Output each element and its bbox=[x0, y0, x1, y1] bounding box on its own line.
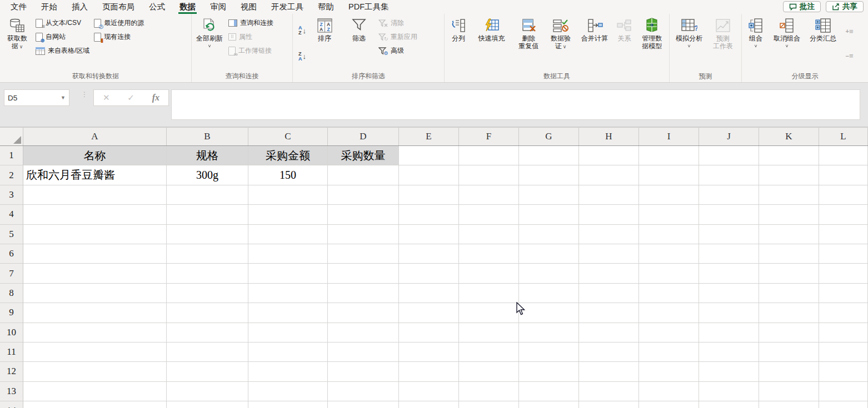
cell-A4[interactable] bbox=[23, 205, 167, 224]
remove-duplicates-button[interactable]: 删除 重复值 bbox=[512, 16, 545, 72]
cell-C8[interactable] bbox=[248, 284, 328, 303]
cell-K11[interactable] bbox=[759, 342, 819, 362]
cell-G11[interactable] bbox=[519, 342, 579, 362]
cell-E6[interactable] bbox=[399, 244, 459, 264]
cell-K3[interactable] bbox=[759, 185, 819, 205]
cell-C5[interactable] bbox=[248, 225, 328, 244]
column-header-L[interactable]: L bbox=[819, 128, 868, 145]
cell-L6[interactable] bbox=[819, 244, 868, 264]
cell-A6[interactable] bbox=[23, 244, 167, 264]
cell-J7[interactable] bbox=[699, 264, 759, 283]
cell-J14[interactable] bbox=[699, 401, 759, 408]
cell-I3[interactable] bbox=[639, 185, 699, 205]
cell-D1[interactable]: 采购数量 bbox=[328, 146, 399, 165]
cell-E4[interactable] bbox=[399, 205, 459, 224]
row-header-7[interactable]: 7 bbox=[0, 264, 23, 283]
ungroup-button[interactable]: 取消组合 ∨ bbox=[769, 16, 805, 72]
cell-F11[interactable] bbox=[459, 342, 519, 362]
cell-G12[interactable] bbox=[519, 362, 579, 381]
cell-H3[interactable] bbox=[579, 185, 639, 205]
cell-J1[interactable] bbox=[699, 146, 759, 165]
cell-B2[interactable]: 300g bbox=[167, 165, 248, 185]
row-header-12[interactable]: 12 bbox=[0, 362, 23, 381]
share-button[interactable]: 共享 bbox=[826, 1, 864, 12]
cell-G14[interactable] bbox=[519, 401, 579, 408]
cell-G9[interactable] bbox=[519, 303, 579, 323]
column-header-I[interactable]: I bbox=[639, 128, 699, 145]
row-header-9[interactable]: 9 bbox=[0, 303, 23, 323]
cell-L8[interactable] bbox=[819, 284, 868, 303]
cell-E13[interactable] bbox=[399, 382, 459, 401]
row-header-4[interactable]: 4 bbox=[0, 205, 23, 224]
cell-E2[interactable] bbox=[399, 165, 459, 185]
cell-C7[interactable] bbox=[248, 264, 328, 283]
cell-K12[interactable] bbox=[759, 362, 819, 381]
sort-ascending-button[interactable]: AZ↓ bbox=[294, 24, 311, 37]
cell-H9[interactable] bbox=[579, 303, 639, 323]
cell-D10[interactable] bbox=[328, 323, 399, 342]
cell-K7[interactable] bbox=[759, 264, 819, 283]
cell-F8[interactable] bbox=[459, 284, 519, 303]
cell-I7[interactable] bbox=[639, 264, 699, 283]
cell-D2[interactable] bbox=[328, 165, 399, 185]
cell-F13[interactable] bbox=[459, 382, 519, 401]
row-header-14[interactable]: 14 bbox=[0, 401, 23, 408]
cell-I1[interactable] bbox=[639, 146, 699, 165]
comments-button[interactable]: 批注 bbox=[783, 1, 821, 12]
cell-K6[interactable] bbox=[759, 244, 819, 264]
what-if-analysis-button[interactable]: ? 模拟分析 ∨ bbox=[671, 16, 707, 72]
cell-L4[interactable] bbox=[819, 205, 868, 224]
cell-B10[interactable] bbox=[167, 323, 248, 342]
cell-F3[interactable] bbox=[459, 185, 519, 205]
cell-F5[interactable] bbox=[459, 225, 519, 244]
cell-D9[interactable] bbox=[328, 303, 399, 323]
cell-B6[interactable] bbox=[167, 244, 248, 264]
cell-K14[interactable] bbox=[759, 401, 819, 408]
cell-K5[interactable] bbox=[759, 225, 819, 244]
manage-data-model-button[interactable]: 管理数 据模型 bbox=[636, 16, 668, 72]
cell-H4[interactable] bbox=[579, 205, 639, 224]
cell-J3[interactable] bbox=[699, 185, 759, 205]
cell-J6[interactable] bbox=[699, 244, 759, 264]
cell-D7[interactable] bbox=[328, 264, 399, 283]
name-box[interactable]: D5 ▼ bbox=[4, 89, 69, 106]
column-header-F[interactable]: F bbox=[459, 128, 519, 145]
cell-G3[interactable] bbox=[519, 185, 579, 205]
cell-D11[interactable] bbox=[328, 342, 399, 362]
tab-developer[interactable]: 开发工具 bbox=[264, 0, 311, 14]
tab-insert[interactable]: 插入 bbox=[64, 0, 95, 14]
from-web-button[interactable]: ⊕ 自网站 bbox=[33, 30, 92, 44]
row-header-5[interactable]: 5 bbox=[0, 225, 23, 244]
tab-home[interactable]: 开始 bbox=[34, 0, 64, 14]
group-button[interactable]: 组合 ∨ bbox=[743, 16, 769, 72]
queries-connections-button[interactable]: 查询和连接 bbox=[226, 16, 276, 30]
cell-C6[interactable] bbox=[248, 244, 328, 264]
cell-A11[interactable] bbox=[23, 342, 167, 362]
cell-L13[interactable] bbox=[819, 382, 868, 401]
column-header-H[interactable]: H bbox=[579, 128, 639, 145]
cell-J8[interactable] bbox=[699, 284, 759, 303]
cell-E10[interactable] bbox=[399, 323, 459, 342]
cell-H7[interactable] bbox=[579, 264, 639, 283]
tab-review[interactable]: 审阅 bbox=[203, 0, 233, 14]
cell-E11[interactable] bbox=[399, 342, 459, 362]
cell-H1[interactable] bbox=[579, 146, 639, 165]
tab-pdf-tools[interactable]: PDF工具集 bbox=[341, 0, 396, 14]
subtotal-button[interactable]: 分类汇总 bbox=[805, 16, 841, 72]
tab-view[interactable]: 视图 bbox=[233, 0, 264, 14]
cell-H14[interactable] bbox=[579, 401, 639, 408]
cell-I12[interactable] bbox=[639, 362, 699, 381]
row-header-13[interactable]: 13 bbox=[0, 382, 23, 401]
cell-H13[interactable] bbox=[579, 382, 639, 401]
cell-F7[interactable] bbox=[459, 264, 519, 283]
cell-A1[interactable]: 名称 bbox=[23, 146, 167, 165]
insert-function-icon[interactable]: fx bbox=[152, 93, 159, 103]
cell-L1[interactable] bbox=[819, 146, 868, 165]
cell-E8[interactable] bbox=[399, 284, 459, 303]
cell-C10[interactable] bbox=[248, 323, 328, 342]
cell-K9[interactable] bbox=[759, 303, 819, 323]
cell-F10[interactable] bbox=[459, 323, 519, 342]
cell-B5[interactable] bbox=[167, 225, 248, 244]
cell-L11[interactable] bbox=[819, 342, 868, 362]
cell-J5[interactable] bbox=[699, 225, 759, 244]
